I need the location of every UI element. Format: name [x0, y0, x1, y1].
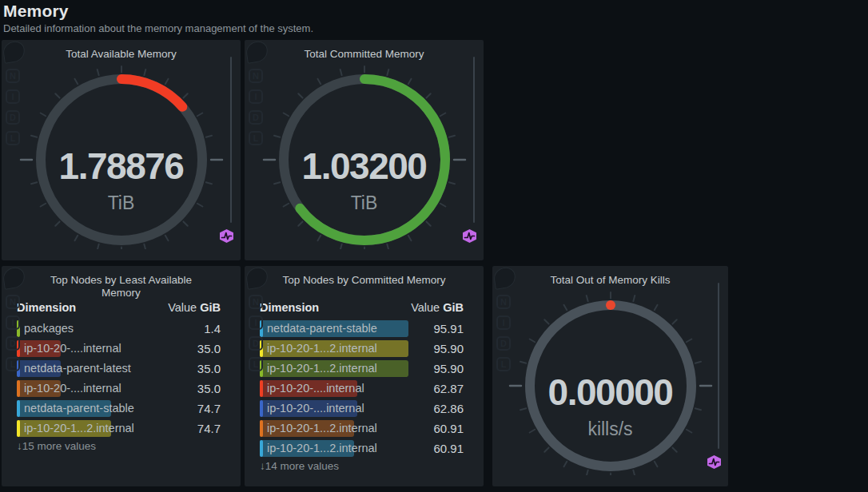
card-total-oom-kills: NIDL Total Out of Memory Kills 0.00000 k… — [492, 266, 728, 486]
gauge-svg[interactable] — [507, 287, 715, 475]
filter-l-icon[interactable]: L — [249, 131, 263, 145]
table-row[interactable]: packages1.4 — [17, 320, 221, 337]
table-row[interactable]: ip-10-20-....internal35.0 — [17, 340, 221, 357]
chart-title: Top Nodes by Least Available Memory — [2, 266, 241, 300]
filter-i-icon[interactable]: I — [496, 315, 511, 330]
netdata-logo-icon — [2, 40, 26, 64]
more-values-link[interactable]: ↓14 more values — [260, 460, 464, 472]
table-row[interactable]: ip-10-20-....internal62.87 — [260, 380, 464, 397]
dimension-color-swatch — [17, 400, 20, 417]
dimension-value: 62.86 — [408, 402, 464, 415]
gauge-chart-committed-memory[interactable]: 1.03200 TiB — [261, 61, 468, 249]
scrollbar-thumb[interactable] — [230, 57, 232, 223]
memory-dashboard: Memory Detailed information about the me… — [0, 0, 868, 492]
dimension-value: 62.87 — [408, 382, 464, 395]
filter-n-icon[interactable]: N — [249, 69, 263, 83]
table-row[interactable]: ip-10-20-1...2.internal95.90 — [260, 360, 464, 377]
table-row[interactable]: ip-10-20-1...2.internal95.90 — [260, 340, 464, 357]
scrollbar-thumb[interactable] — [473, 57, 475, 223]
gauge-svg[interactable] — [261, 61, 468, 249]
filter-d-icon[interactable]: D — [496, 336, 511, 351]
dimension-label: ip-10-20-....internal — [267, 380, 364, 397]
filter-i-icon[interactable]: I — [6, 89, 20, 104]
scrollbar-thumb[interactable] — [718, 283, 719, 449]
chart-title: Total Available Memory — [2, 40, 241, 61]
dimension-color-swatch — [260, 400, 263, 417]
netdata-logo-icon — [245, 266, 269, 290]
table-row[interactable]: netdata-parent-stable95.91 — [260, 320, 464, 337]
dimension-value: 95.90 — [408, 342, 464, 355]
netdata-logo-icon — [245, 40, 269, 64]
dimension-label: ip-10-20-1...2.internal — [267, 340, 377, 357]
filter-l-icon[interactable]: L — [6, 131, 20, 145]
filter-d-icon[interactable]: D — [249, 336, 263, 351]
chart-hover-toolbar: NIDL — [494, 268, 518, 371]
dimension-value: 95.90 — [408, 362, 464, 375]
dimension-value: 35.0 — [165, 342, 221, 355]
filter-i-icon[interactable]: I — [249, 315, 263, 330]
filter-l-icon[interactable]: L — [249, 357, 263, 371]
filter-l-icon[interactable]: L — [496, 357, 511, 371]
top-nodes-table: DimensionValue GiBpackages1.4ip-10-20-..… — [17, 301, 221, 452]
chart-hover-toolbar: NIDL — [3, 42, 27, 145]
dimension-value: 35.0 — [165, 362, 221, 375]
dimension-value: 74.7 — [165, 422, 221, 435]
filter-d-icon[interactable]: D — [6, 336, 20, 351]
dimension-color-swatch — [260, 380, 263, 397]
table-row[interactable]: ip-10-20-....internal35.0 — [17, 380, 221, 397]
dimension-label: ip-10-20-....internal — [267, 400, 364, 417]
dimension-label: ip-10-20-....internal — [24, 380, 121, 397]
dimension-label: ip-10-20-1...2.internal — [267, 440, 377, 457]
chart-title: Total Committed Memory — [245, 40, 484, 61]
dimension-color-swatch — [17, 420, 20, 437]
dimension-label: netdata-parent-latest — [24, 360, 131, 377]
dimension-color-swatch — [17, 380, 20, 397]
page-title: Memory — [3, 2, 313, 21]
filter-d-icon[interactable]: D — [249, 110, 263, 125]
dimension-label: ip-10-20-1...2.internal — [267, 420, 377, 437]
table-row[interactable]: netdata-parent-stable74.7 — [17, 400, 221, 417]
page-subtitle: Detailed information about the memory ma… — [3, 22, 313, 34]
table-row[interactable]: ip-10-20-....internal62.86 — [260, 400, 464, 417]
dimension-value: 60.91 — [408, 442, 464, 455]
card-total-available-memory: NIDL Total Available Memory 1.78876 TiB — [2, 40, 241, 260]
gauge-chart-oom-kills[interactable]: 0.00000 kills/s — [507, 287, 715, 475]
filter-i-icon[interactable]: I — [6, 315, 20, 330]
dimension-label: ip-10-20-....internal — [24, 340, 121, 357]
table-row[interactable]: ip-10-20-1...2.internal60.91 — [260, 420, 464, 437]
top-nodes-table: DimensionValue GiBnetdata-parent-stable9… — [260, 301, 464, 472]
chart-title: Total Out of Memory Kills — [492, 266, 728, 287]
chart-hover-toolbar: NIDL — [246, 268, 270, 371]
table-row[interactable]: ip-10-20-1...2.internal74.7 — [17, 420, 221, 437]
chart-title: Top Nodes by Committed Memory — [245, 266, 484, 287]
dimension-label: netdata-parent-stable — [267, 320, 377, 337]
dimension-value: 60.91 — [408, 422, 464, 435]
card-top-nodes-least-available: NIDL Top Nodes by Least Available Memory… — [2, 266, 241, 486]
gauge-chart-available-memory[interactable]: 1.78876 TiB — [18, 61, 225, 249]
netdata-logo-icon — [2, 266, 26, 290]
dimension-label: packages — [24, 320, 74, 337]
card-total-committed-memory: NIDL Total Committed Memory 1.03200 TiB — [245, 40, 484, 260]
filter-i-icon[interactable]: I — [249, 89, 263, 104]
filter-d-icon[interactable]: D — [6, 110, 20, 125]
dimension-color-swatch — [260, 420, 263, 437]
filter-n-icon[interactable]: N — [6, 295, 20, 309]
dimension-label: netdata-parent-stable — [24, 400, 134, 417]
column-header-value[interactable]: Value GiB — [168, 301, 221, 314]
section-header: Memory Detailed information about the me… — [3, 2, 313, 34]
chart-hover-toolbar: NIDL — [246, 42, 270, 145]
table-row[interactable]: ip-10-20-1...2.internal60.91 — [260, 440, 464, 457]
gauge-svg[interactable] — [18, 61, 225, 249]
more-values-link[interactable]: ↓15 more values — [17, 440, 221, 452]
filter-n-icon[interactable]: N — [249, 295, 263, 309]
chart-hover-toolbar: NIDL — [3, 268, 27, 371]
column-header-value[interactable]: Value GiB — [411, 301, 464, 314]
filter-l-icon[interactable]: L — [6, 357, 20, 371]
netdata-logo-icon — [492, 266, 516, 290]
dimension-value: 1.4 — [165, 322, 221, 335]
dimension-value: 35.0 — [165, 382, 221, 395]
table-row[interactable]: netdata-parent-latest35.0 — [17, 360, 221, 377]
dimension-value: 74.7 — [165, 402, 221, 415]
filter-n-icon[interactable]: N — [6, 69, 20, 83]
filter-n-icon[interactable]: N — [496, 295, 511, 309]
